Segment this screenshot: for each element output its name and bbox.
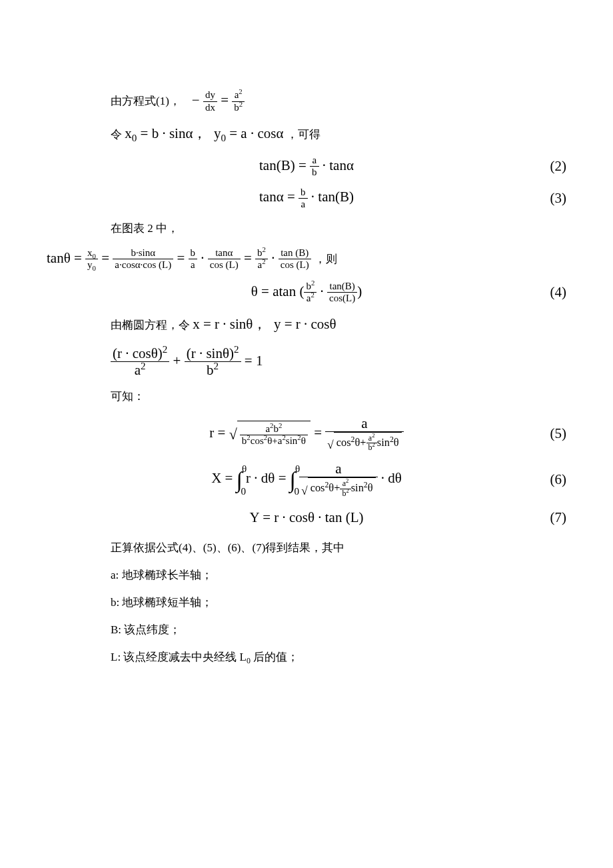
- text: 在图表 2 中，: [111, 222, 179, 235]
- paragraph-forward: 正算依据公式(4)、(5)、(6)、(7)得到结果，其中: [111, 539, 566, 557]
- equation-tan-theta: tanθ = x0y0 = b·sinαa·cosα·cos (L) = ba …: [47, 247, 566, 271]
- text: ，则: [314, 253, 337, 265]
- eqno: (5): [526, 423, 566, 445]
- text: 由椭圆方程，令: [111, 319, 190, 331]
- equation-7: Y = r · cosθ · tan (L) (7): [47, 507, 566, 529]
- text: b: 地球椭球短半轴；: [111, 596, 213, 609]
- equation-ellipse: (r · cosθ)2a2 + (r · sinθ)2b2 = 1: [111, 345, 566, 378]
- equation-5: r = √ a2b2 b2cos2θ+a2sin2θ = a √ cos2θ+a…: [47, 415, 566, 453]
- def-L: L: 该点经度减去中央经线 L0 后的值；: [111, 648, 566, 666]
- eqno: (2): [526, 155, 566, 178]
- eqno: (4): [526, 281, 566, 304]
- def-B: B: 该点纬度；: [111, 621, 566, 639]
- inline-math: x0 = b · sinα， y0 = a · cosα: [125, 125, 283, 141]
- text: 由方程式(1)，: [111, 95, 181, 107]
- inline-math: − dydx = a2b2: [192, 92, 245, 108]
- paragraph-subst: 令 x0 = b · sinα， y0 = a · cosα ，可得: [111, 123, 566, 145]
- eqno: (3): [526, 187, 566, 210]
- paragraph-known: 可知：: [111, 387, 566, 405]
- text: 令: [111, 128, 122, 141]
- equation-3: tanα = ba · tan(B) (3): [47, 186, 566, 210]
- text: 正算依据公式(4)、(5)、(6)、(7)得到结果，其中: [111, 541, 344, 554]
- paragraph-ellipse: 由椭圆方程，令 x = r · sinθ， y = r · cosθ: [111, 313, 566, 336]
- text: ，可得: [287, 128, 320, 141]
- def-b: b: 地球椭球短半轴；: [111, 593, 566, 611]
- eqno: (7): [526, 507, 566, 529]
- text: a: 地球椭球长半轴；: [111, 569, 213, 581]
- eqno: (6): [526, 469, 566, 491]
- equation-6: X = ∫0θ r · dθ = ∫0θ a √ cos2θ+a2b2sin2θ…: [47, 461, 566, 499]
- text: 可知：: [111, 390, 145, 403]
- text: B: 该点纬度；: [111, 623, 181, 636]
- equation-2: tan(B) = ab · tanα (2): [47, 155, 566, 179]
- paragraph-figure2: 在图表 2 中，: [111, 219, 566, 237]
- def-a: a: 地球椭球长半轴；: [111, 566, 566, 584]
- inline-math: x = r · sinθ， y = r · cosθ: [193, 316, 336, 332]
- equation-4: θ = atan (b2a2 · tan(B)cos(L)) (4): [47, 281, 566, 305]
- text: L: 该点经度减去中央经线 L0 后的值；: [111, 651, 299, 663]
- paragraph-eq1: 由方程式(1)， − dydx = a2b2: [111, 89, 566, 113]
